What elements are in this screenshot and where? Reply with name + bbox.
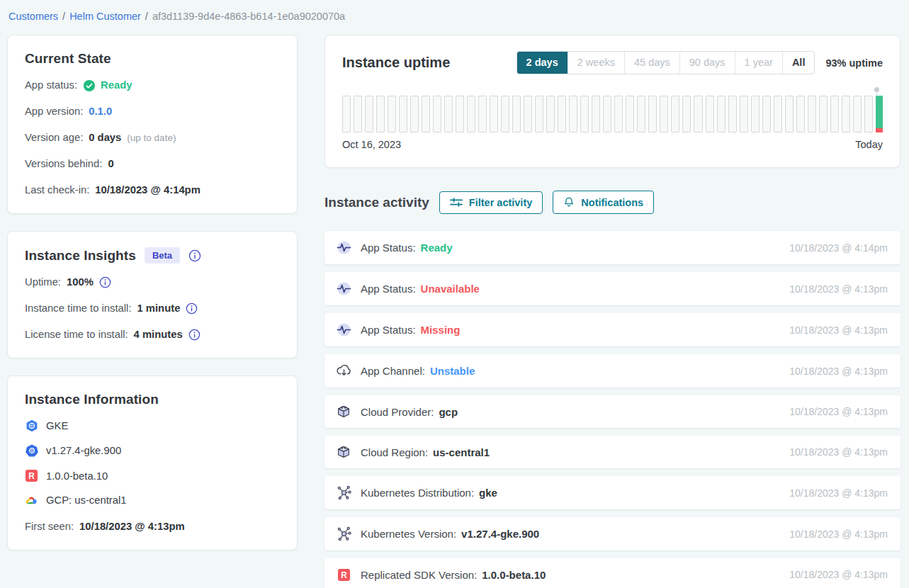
- filter-activity-button[interactable]: Filter activity: [439, 191, 543, 214]
- check-circle-icon: [83, 79, 96, 92]
- app-status-icon: [335, 281, 352, 297]
- uptime-bar-current: [876, 96, 883, 132]
- replicated-icon: R: [25, 469, 38, 482]
- activity-row: Cloud Region: us-central1 10/18/2023 @ 4…: [324, 436, 900, 468]
- uptime-bar-empty: [728, 96, 737, 132]
- breadcrumb-link[interactable]: Customers: [9, 11, 58, 22]
- uptime-bar-empty: [853, 96, 862, 132]
- beta-badge: Beta: [145, 247, 180, 264]
- first-seen-value: 10/18/2023 @ 4:13pm: [79, 519, 185, 534]
- activity-label: Cloud Provider:: [361, 406, 434, 418]
- bell-icon: [563, 196, 575, 208]
- instance-time-label: Instance time to install:: [25, 301, 132, 316]
- uptime-range-selector: 2 days2 weeks45 days90 days1 yearAll: [516, 51, 815, 74]
- uptime-bar-empty: [592, 96, 600, 132]
- activity-label: Cloud Region:: [361, 446, 428, 458]
- cloud-box-icon: [335, 404, 352, 419]
- instance-info-item: GCP: us-central1: [25, 494, 280, 506]
- activity-timestamp: 10/18/2023 @ 4:13pm: [789, 366, 888, 377]
- kubernetes-network-icon: [335, 526, 352, 542]
- activity-row: Kubernetes Version: v1.27.4-gke.900 10/1…: [324, 517, 900, 550]
- info-icon[interactable]: [188, 329, 201, 341]
- uptime-bar-empty: [830, 96, 839, 132]
- uptime-bar-empty: [751, 96, 760, 132]
- activity-value[interactable]: Unstable: [430, 365, 475, 377]
- activity-row: App Status: Unavailable 10/18/2023 @ 4:1…: [324, 272, 900, 305]
- uptime-bar-empty: [694, 96, 702, 132]
- uptime-bar-empty: [660, 96, 668, 132]
- uptime-bar-empty: [410, 96, 419, 132]
- replicated-icon: R: [335, 568, 352, 582]
- activity-value: gke: [479, 487, 497, 499]
- uptime-bar-empty: [490, 96, 498, 132]
- uptime-bar-empty: [580, 96, 589, 132]
- license-time-label: License time to install:: [25, 327, 128, 342]
- uptime-bar-empty: [433, 96, 441, 132]
- instance-info-item: R 1.0.0-beta.10: [25, 469, 280, 482]
- activity-timestamp: 10/18/2023 @ 4:13pm: [789, 283, 888, 295]
- last-checkin-label: Last check-in:: [25, 183, 89, 198]
- uptime-bar-empty: [399, 96, 407, 132]
- instance-info-text: 1.0.0-beta.10: [46, 470, 108, 482]
- uptime-bar-empty: [467, 96, 475, 132]
- instance-information-title: Instance Information: [25, 392, 280, 407]
- uptime-bar-empty: [740, 96, 748, 132]
- instance-info-item: GKE: [25, 419, 280, 432]
- uptime-bar-empty: [671, 96, 679, 132]
- versions-behind-label: Versions behind:: [25, 157, 102, 171]
- info-icon[interactable]: [99, 276, 111, 288]
- uptime-bar-empty: [626, 96, 634, 132]
- activity-label: Kubernetes Distribution:: [361, 487, 474, 499]
- activity-label: Replicated SDK Version:: [361, 569, 477, 581]
- svg-text:R: R: [28, 471, 35, 481]
- range-45-days[interactable]: 45 days: [624, 52, 679, 74]
- info-icon[interactable]: [186, 303, 198, 315]
- instance-uptime-card: Instance uptime 2 days2 weeks45 days90 d…: [324, 35, 900, 168]
- uptime-bar-empty: [444, 96, 453, 132]
- svg-text:R: R: [341, 570, 347, 579]
- breadcrumb-separator: /: [145, 11, 148, 22]
- uptime-value: 100%: [67, 275, 94, 290]
- range-2-days[interactable]: 2 days: [517, 52, 568, 74]
- chart-end-label: Today: [855, 139, 883, 150]
- app-version-link[interactable]: 0.1.0: [89, 104, 112, 119]
- uptime-bar-empty: [706, 96, 714, 132]
- uptime-bar-empty: [558, 96, 566, 132]
- info-icon[interactable]: [188, 249, 201, 262]
- uptime-bar-empty: [478, 96, 487, 132]
- uptime-bar-empty: [501, 96, 509, 132]
- app-status-icon: [335, 322, 352, 338]
- chart-start-label: Oct 16, 2023: [342, 139, 401, 150]
- activity-row: Cloud Provider: gcp 10/18/2023 @ 4:13pm: [324, 395, 900, 428]
- versions-behind-value: 0: [108, 157, 113, 171]
- breadcrumb-link[interactable]: Helm Customer: [69, 11, 141, 22]
- instance-info-text: GCP: us-central1: [46, 494, 126, 506]
- uptime-bar-empty: [569, 96, 577, 132]
- uptime-bar-empty: [614, 96, 623, 132]
- range-1-year[interactable]: 1 year: [735, 52, 782, 74]
- uptime-bar-empty: [808, 96, 816, 132]
- range-all[interactable]: All: [782, 52, 815, 74]
- uptime-bar-empty: [796, 96, 805, 132]
- activity-value: Unavailable: [421, 283, 480, 295]
- uptime-bar-empty: [456, 96, 464, 132]
- version-age-value: 0 days: [89, 130, 121, 145]
- activity-timestamp: 10/18/2023 @ 4:13pm: [789, 528, 888, 540]
- activity-row: App Status: Ready 10/18/2023 @ 4:14pm: [324, 231, 900, 264]
- uptime-percentage: 93% uptime: [825, 57, 883, 69]
- uptime-bar-empty: [774, 96, 782, 132]
- range-90-days[interactable]: 90 days: [679, 52, 735, 74]
- range-2-weeks[interactable]: 2 weeks: [568, 52, 624, 74]
- version-age-label: Version age:: [25, 130, 83, 145]
- uptime-bar-empty: [762, 96, 771, 132]
- first-seen-label: First seen:: [25, 519, 74, 534]
- uptime-chart[interactable]: Oct 16, 2023 Today: [342, 96, 883, 150]
- notifications-button[interactable]: Notifications: [553, 191, 654, 214]
- uptime-bar-empty: [512, 96, 521, 132]
- activity-row: App Channel: Unstable 10/18/2023 @ 4:13p…: [324, 354, 900, 388]
- breadcrumb: Customers/Helm Customer/af3d1139-9d4e-48…: [0, 0, 909, 23]
- instance-insights-title: Instance Insights: [25, 248, 136, 264]
- activity-timestamp: 10/18/2023 @ 4:14pm: [789, 242, 888, 254]
- gke-icon: [25, 419, 38, 432]
- app-channel-icon: [335, 363, 352, 379]
